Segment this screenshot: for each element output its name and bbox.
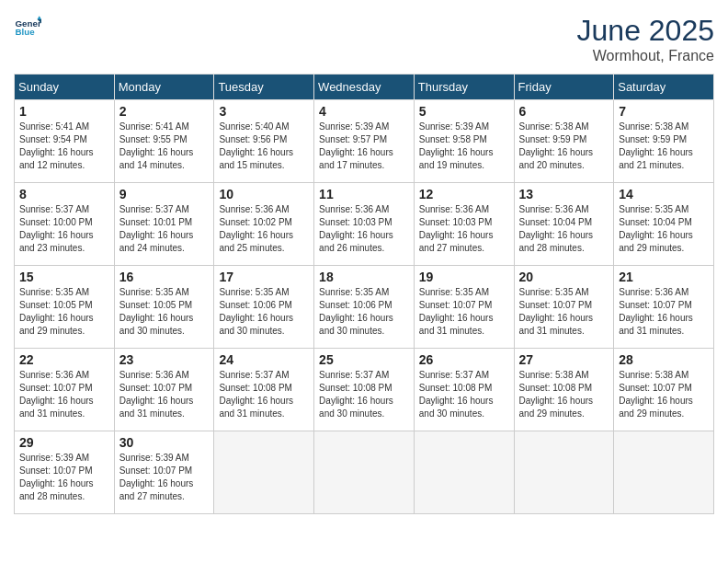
weekday-header-row: Sunday Monday Tuesday Wednesday Thursday… <box>15 75 714 100</box>
day-number: 25 <box>319 352 409 367</box>
calendar-cell: 6 Sunrise: 5:38 AMSunset: 9:59 PMDayligh… <box>514 100 614 183</box>
day-info: Sunrise: 5:40 AMSunset: 9:56 PMDaylight:… <box>219 121 309 172</box>
day-info: Sunrise: 5:35 AMSunset: 10:06 PMDaylight… <box>319 286 409 338</box>
header-friday: Friday <box>514 75 614 100</box>
day-info: Sunrise: 5:37 AMSunset: 10:00 PMDaylight… <box>19 203 109 255</box>
day-number: 30 <box>119 435 210 450</box>
day-info: Sunrise: 5:39 AMSunset: 10:07 PMDaylight… <box>119 452 210 503</box>
day-info: Sunrise: 5:36 AMSunset: 10:02 PMDaylight… <box>219 203 309 255</box>
logo: General Blue <box>14 14 41 41</box>
calendar-cell <box>314 431 415 514</box>
calendar-cell: 26 Sunrise: 5:37 AMSunset: 10:08 PMDayli… <box>414 349 514 431</box>
header-wednesday: Wednesday <box>314 75 415 100</box>
calendar-cell: 9 Sunrise: 5:37 AMSunset: 10:01 PMDaylig… <box>114 183 214 266</box>
header-monday: Monday <box>114 75 214 100</box>
day-number: 12 <box>419 187 509 201</box>
calendar-cell: 12 Sunrise: 5:36 AMSunset: 10:03 PMDayli… <box>414 183 514 266</box>
day-number: 22 <box>19 352 109 367</box>
day-info: Sunrise: 5:37 AMSunset: 10:08 PMDaylight… <box>419 369 509 420</box>
calendar-cell: 25 Sunrise: 5:37 AMSunset: 10:08 PMDayli… <box>314 349 415 431</box>
day-info: Sunrise: 5:39 AMSunset: 9:58 PMDaylight:… <box>419 121 509 172</box>
day-number: 16 <box>119 270 210 284</box>
calendar-cell <box>514 431 614 514</box>
location: Wormhout, France <box>577 48 714 64</box>
day-info: Sunrise: 5:41 AMSunset: 9:54 PMDaylight:… <box>19 121 109 172</box>
day-info: Sunrise: 5:35 AMSunset: 10:07 PMDaylight… <box>519 286 609 338</box>
header-tuesday: Tuesday <box>214 75 314 100</box>
calendar-cell: 3 Sunrise: 5:40 AMSunset: 9:56 PMDayligh… <box>214 100 314 183</box>
day-number: 21 <box>619 270 709 284</box>
day-number: 13 <box>519 187 609 201</box>
calendar-cell <box>414 431 514 514</box>
calendar-cell <box>614 431 714 514</box>
day-info: Sunrise: 5:39 AMSunset: 10:07 PMDaylight… <box>19 452 109 503</box>
day-info: Sunrise: 5:35 AMSunset: 10:06 PMDaylight… <box>219 286 309 338</box>
logo-icon: General Blue <box>14 14 41 41</box>
day-info: Sunrise: 5:36 AMSunset: 10:03 PMDaylight… <box>419 203 509 255</box>
day-number: 11 <box>319 187 409 201</box>
calendar-cell: 19 Sunrise: 5:35 AMSunset: 10:07 PMDayli… <box>414 266 514 349</box>
calendar-cell: 1 Sunrise: 5:41 AMSunset: 9:54 PMDayligh… <box>15 100 115 183</box>
day-info: Sunrise: 5:36 AMSunset: 10:07 PMDaylight… <box>619 286 709 338</box>
calendar-cell: 4 Sunrise: 5:39 AMSunset: 9:57 PMDayligh… <box>314 100 415 183</box>
day-number: 6 <box>519 104 609 119</box>
day-number: 27 <box>519 352 609 367</box>
day-number: 28 <box>619 352 709 367</box>
day-number: 20 <box>519 270 609 284</box>
calendar-cell <box>214 431 314 514</box>
day-info: Sunrise: 5:37 AMSunset: 10:08 PMDaylight… <box>319 369 409 420</box>
title-area: June 2025 Wormhout, France <box>577 14 714 64</box>
calendar-cell: 13 Sunrise: 5:36 AMSunset: 10:04 PMDayli… <box>514 183 614 266</box>
day-info: Sunrise: 5:38 AMSunset: 10:07 PMDaylight… <box>619 369 709 420</box>
svg-text:Blue: Blue <box>16 27 36 37</box>
day-info: Sunrise: 5:36 AMSunset: 10:03 PMDaylight… <box>319 203 409 255</box>
day-number: 5 <box>419 104 509 119</box>
day-info: Sunrise: 5:41 AMSunset: 9:55 PMDaylight:… <box>119 121 210 172</box>
calendar-cell: 7 Sunrise: 5:38 AMSunset: 9:59 PMDayligh… <box>614 100 714 183</box>
day-number: 3 <box>219 104 309 119</box>
calendar-cell: 30 Sunrise: 5:39 AMSunset: 10:07 PMDayli… <box>114 431 214 514</box>
header: General Blue June 2025 Wormhout, France <box>14 14 714 64</box>
month-title: June 2025 <box>577 14 714 48</box>
calendar-cell: 17 Sunrise: 5:35 AMSunset: 10:06 PMDayli… <box>214 266 314 349</box>
calendar-cell: 8 Sunrise: 5:37 AMSunset: 10:00 PMDaylig… <box>15 183 115 266</box>
day-number: 26 <box>419 352 509 367</box>
day-number: 29 <box>19 435 109 450</box>
day-info: Sunrise: 5:36 AMSunset: 10:04 PMDaylight… <box>519 203 609 255</box>
header-saturday: Saturday <box>614 75 714 100</box>
header-sunday: Sunday <box>15 75 115 100</box>
calendar-row: 22 Sunrise: 5:36 AMSunset: 10:07 PMDayli… <box>15 349 714 431</box>
calendar-cell: 20 Sunrise: 5:35 AMSunset: 10:07 PMDayli… <box>514 266 614 349</box>
calendar-cell: 2 Sunrise: 5:41 AMSunset: 9:55 PMDayligh… <box>114 100 214 183</box>
day-info: Sunrise: 5:36 AMSunset: 10:07 PMDaylight… <box>19 369 109 420</box>
day-info: Sunrise: 5:38 AMSunset: 10:08 PMDaylight… <box>519 369 609 420</box>
day-number: 10 <box>219 187 309 201</box>
day-info: Sunrise: 5:35 AMSunset: 10:07 PMDaylight… <box>419 286 509 338</box>
calendar-table: Sunday Monday Tuesday Wednesday Thursday… <box>14 74 714 514</box>
day-info: Sunrise: 5:38 AMSunset: 9:59 PMDaylight:… <box>619 121 709 172</box>
day-number: 17 <box>219 270 309 284</box>
calendar-cell: 16 Sunrise: 5:35 AMSunset: 10:05 PMDayli… <box>114 266 214 349</box>
day-info: Sunrise: 5:35 AMSunset: 10:04 PMDaylight… <box>619 203 709 255</box>
day-number: 8 <box>19 187 109 201</box>
day-number: 7 <box>619 104 709 119</box>
day-number: 24 <box>219 352 309 367</box>
day-info: Sunrise: 5:35 AMSunset: 10:05 PMDaylight… <box>19 286 109 338</box>
day-number: 1 <box>19 104 109 119</box>
day-number: 4 <box>319 104 409 119</box>
day-info: Sunrise: 5:36 AMSunset: 10:07 PMDaylight… <box>119 369 210 420</box>
day-number: 18 <box>319 270 409 284</box>
day-info: Sunrise: 5:39 AMSunset: 9:57 PMDaylight:… <box>319 121 409 172</box>
day-info: Sunrise: 5:37 AMSunset: 10:01 PMDaylight… <box>119 203 210 255</box>
day-number: 14 <box>619 187 709 201</box>
header-thursday: Thursday <box>414 75 514 100</box>
calendar-cell: 10 Sunrise: 5:36 AMSunset: 10:02 PMDayli… <box>214 183 314 266</box>
calendar-cell: 21 Sunrise: 5:36 AMSunset: 10:07 PMDayli… <box>614 266 714 349</box>
calendar-cell: 5 Sunrise: 5:39 AMSunset: 9:58 PMDayligh… <box>414 100 514 183</box>
day-number: 23 <box>119 352 210 367</box>
day-number: 15 <box>19 270 109 284</box>
calendar-row: 29 Sunrise: 5:39 AMSunset: 10:07 PMDayli… <box>15 431 714 514</box>
calendar-row: 1 Sunrise: 5:41 AMSunset: 9:54 PMDayligh… <box>15 100 714 183</box>
calendar-cell: 22 Sunrise: 5:36 AMSunset: 10:07 PMDayli… <box>15 349 115 431</box>
calendar-cell: 23 Sunrise: 5:36 AMSunset: 10:07 PMDayli… <box>114 349 214 431</box>
